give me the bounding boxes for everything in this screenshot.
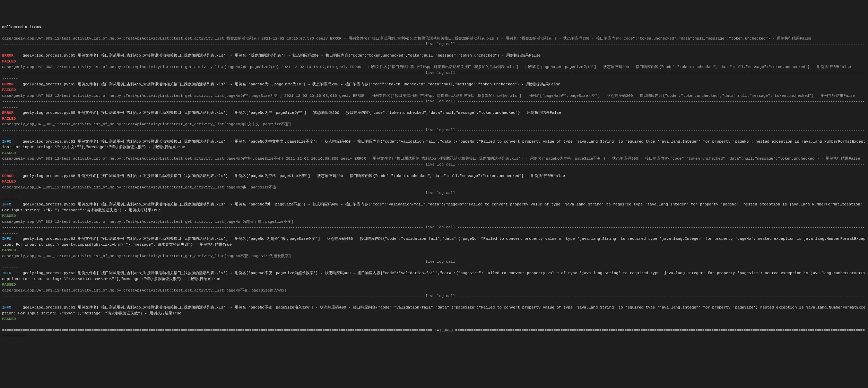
log-message: geely:log_process.py:62 用例文件名['接口测试用例_吉利… <box>2 271 866 281</box>
log-level: ERROR <box>2 111 14 115</box>
log-level: INFO <box>2 271 11 275</box>
log-message: geely:log_process.py:62 用例文件名['接口测试用例_吉利… <box>2 202 865 212</box>
log-level: INFO <box>2 237 11 241</box>
test-status: FAILED <box>2 116 866 122</box>
test-call-line: case/geely_app_UAT_003_12/test_activityL… <box>2 156 866 162</box>
test-status: PASSED <box>2 316 866 322</box>
live-log-separator: ----------------------------------------… <box>2 190 866 202</box>
log-level: ERROR <box>2 174 14 178</box>
log-level: ERROR <box>2 82 14 86</box>
log-message: geely:log_process.py:65 用例文件名['接口测试用例_吉利… <box>14 174 565 178</box>
log-line: INFO geely:log_process.py:62 用例文件名['接口测试… <box>2 236 866 247</box>
live-log-separator: ----------------------------------------… <box>2 162 866 173</box>
log-message: geely:log_process.py:65 用例文件名['接口测试用例_吉利… <box>14 82 561 86</box>
test-status: FAILED <box>2 59 866 65</box>
live-log-separator: ----------------------------------------… <box>2 41 866 53</box>
log-level: INFO <box>2 140 11 144</box>
failures-separator: ========================================… <box>2 328 866 339</box>
log-message: geely:log_process.py:62 用例文件名['接口测试用例_吉利… <box>2 305 866 315</box>
log-level: INFO <box>2 202 11 206</box>
log-line: ERROR geely:log_process.py:65 用例文件名['接口测… <box>2 53 866 59</box>
log-line: INFO geely:log_process.py:62 用例文件名['接口测试… <box>2 139 866 150</box>
test-call-line: case/geely_app_UAT_003_12/test_activityL… <box>2 121 866 127</box>
log-level: INFO <box>2 305 11 310</box>
live-log-separator: ----------------------------------------… <box>2 293 866 305</box>
live-log-separator: ----------------------------------------… <box>2 127 866 139</box>
test-call-line: case/geely_app_UAT_003_12/test_activityL… <box>2 93 866 99</box>
log-line: INFO geely:log_process.py:62 用例文件名['接口测试… <box>2 305 866 316</box>
live-log-separator: ----------------------------------------… <box>2 225 866 236</box>
test-call-line: case/geely_app_UAT_003_12/test_activityL… <box>2 219 866 225</box>
test-status: FAILED <box>2 179 866 185</box>
test-call-line: case/geely_app_UAT_003_12/test_activityL… <box>2 185 866 191</box>
log-message: geely:log_process.py:62 用例文件名['接口测试用例_吉利… <box>2 237 866 247</box>
log-line: ERROR geely:log_process.py:65 用例文件名['接口测… <box>2 110 866 116</box>
log-line: INFO geely:log_process.py:62 用例文件名['接口测试… <box>2 202 866 213</box>
log-level: ERROR <box>2 53 14 58</box>
test-call-line: case/geely_app_UAT_003_12/test_activityL… <box>2 288 866 294</box>
live-log-separator: ----------------------------------------… <box>2 99 866 110</box>
log-message: geely:log_process.py:62 用例文件名['接口测试用例_吉利… <box>2 140 866 150</box>
test-status: PASSED <box>2 150 866 156</box>
log-message: geely:log_process.py:65 用例文件名['接口测试用例_吉利… <box>14 53 540 58</box>
log-line: INFO geely:log_process.py:62 用例文件名['接口测试… <box>2 270 866 282</box>
collected-header: collected 9 items <box>2 24 866 30</box>
test-status: FAILED <box>2 87 866 93</box>
log-line: ERROR geely:log_process.py:65 用例文件名['接口测… <box>2 82 866 87</box>
live-log-separator: ----------------------------------------… <box>2 70 866 82</box>
test-status: PASSED <box>2 282 866 288</box>
test-call-line: case/geely_app_UAT_003_12/test_activityL… <box>2 36 866 42</box>
live-log-separator: ----------------------------------------… <box>2 259 866 270</box>
log-line: ERROR geely:log_process.py:65 用例文件名['接口测… <box>2 173 866 179</box>
test-status: PASSED <box>2 247 866 253</box>
test-call-line: case/geely_app_UAT_003_12/test_activityL… <box>2 64 866 70</box>
log-message: geely:log_process.py:65 用例文件名['接口测试用例_吉利… <box>14 111 561 115</box>
test-call-line: case/geely_app_UAT_003_12/test_activityL… <box>2 253 866 259</box>
test-status: PASSED <box>2 213 866 219</box>
terminal-output: collected 9 items case/geely_app_UAT_003… <box>2 24 866 339</box>
